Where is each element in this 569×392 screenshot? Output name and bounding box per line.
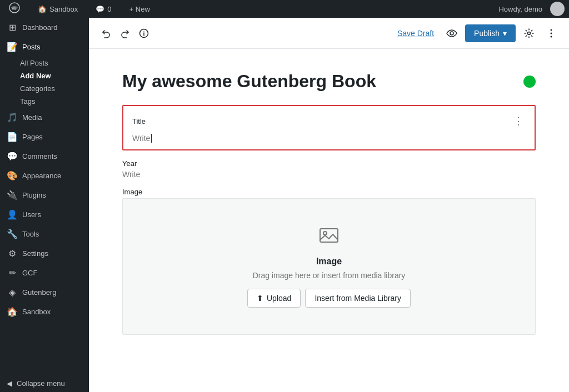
plugins-icon: 🔌: [7, 190, 18, 200]
sidebar-label-comments: Comments: [22, 152, 57, 160]
image-block: Image Image Drag image here or insert fr…: [122, 188, 536, 335]
avatar: [550, 2, 565, 16]
eye-icon: [446, 28, 457, 39]
settings-icon: ⚙: [7, 248, 18, 259]
sidebar-item-settings[interactable]: ⚙ Settings: [0, 244, 89, 263]
collapse-menu-item[interactable]: ◀ Collapse menu: [0, 375, 89, 392]
svg-text:W: W: [12, 6, 17, 11]
sidebar-item-sandbox[interactable]: 🏠 Sandbox: [0, 302, 89, 321]
wp-logo-item[interactable]: W: [4, 0, 24, 18]
media-icon: 🎵: [7, 112, 18, 123]
publish-button[interactable]: Publish ▾: [465, 24, 516, 42]
redo-icon: [120, 28, 130, 38]
sidebar-item-gcf[interactable]: ✏ GCF: [0, 263, 89, 283]
svg-point-7: [551, 32, 552, 34]
sidebar-item-dashboard[interactable]: ⊞ Dashboard: [0, 18, 89, 37]
svg-point-8: [551, 36, 552, 37]
editor-toolbar: Save Draft Publish ▾: [89, 18, 569, 49]
gcf-icon: ✏: [7, 268, 18, 278]
image-upload-area[interactable]: Image Drag image here or insert from med…: [122, 198, 536, 335]
save-draft-button[interactable]: Save Draft: [393, 26, 438, 41]
svg-point-10: [323, 232, 327, 235]
sidebar-label-media: Media: [22, 113, 42, 122]
image-label: Image: [122, 188, 536, 196]
more-options-button[interactable]: [542, 24, 560, 42]
sidebar-label-pages: Pages: [22, 133, 43, 141]
sidebar-label-gutenberg: Gutenberg: [22, 288, 56, 296]
sidebar-item-tools[interactable]: 🔧 Tools: [0, 224, 89, 244]
sidebar-label-plugins: Plugins: [22, 191, 46, 199]
svg-rect-9: [320, 229, 338, 242]
sidebar-item-gutenberg[interactable]: ◈ Gutenberg: [0, 283, 89, 302]
posts-icon: 📝: [7, 42, 18, 52]
site-name: Sandbox: [49, 5, 78, 13]
undo-icon: [101, 28, 111, 38]
sidebar-label-gcf: GCF: [22, 269, 37, 277]
info-icon: [139, 28, 149, 38]
gutenberg-icon: ◈: [7, 287, 18, 298]
sidebar-item-pages[interactable]: 📄 Pages: [0, 127, 89, 147]
sidebar-item-posts[interactable]: 📝 Posts: [0, 37, 89, 57]
year-label: Year: [122, 159, 536, 168]
sidebar-label-tools: Tools: [22, 230, 39, 238]
ellipsis-vertical-icon: [546, 28, 557, 39]
svg-point-5: [528, 32, 531, 34]
comments-count: 0: [107, 5, 111, 13]
sidebar-subitem-tags[interactable]: Tags: [20, 95, 89, 108]
admin-bar-right: Howdy, demo: [494, 2, 565, 16]
sidebar: ⊞ Dashboard 📝 Posts All Posts Add New Ca…: [0, 18, 89, 392]
text-cursor: [151, 134, 152, 143]
wp-logo-icon: W: [9, 2, 20, 16]
sidebar-label-appearance: Appearance: [22, 172, 61, 180]
info-button[interactable]: [136, 25, 152, 42]
sandbox-icon: 🏠: [7, 306, 18, 317]
title-block-header: Title ⋮: [132, 113, 526, 129]
title-block-menu-button[interactable]: ⋮: [511, 113, 526, 129]
post-title: My awesome Gutenberg Book: [122, 71, 523, 92]
editor-content: My awesome Gutenberg Book Title ⋮ Write: [89, 49, 569, 392]
title-block-inner: Title ⋮ Write: [123, 106, 535, 149]
pages-icon: 📄: [7, 132, 18, 142]
posts-submenu: All Posts Add New Categories Tags: [0, 57, 89, 108]
publish-label: Publish: [474, 29, 500, 38]
redo-button[interactable]: [117, 25, 133, 42]
tools-icon: 🔧: [7, 229, 18, 239]
editor-area: Save Draft Publish ▾: [89, 18, 569, 392]
undo-button[interactable]: [98, 25, 114, 42]
image-action-buttons: ⬆ Upload Insert from Media Library: [136, 289, 522, 308]
sidebar-label-sandbox: Sandbox: [22, 308, 51, 316]
sidebar-item-media[interactable]: 🎵 Media: [0, 108, 89, 127]
sidebar-item-comments[interactable]: 💬 Comments: [0, 147, 89, 166]
site-name-item[interactable]: 🏠 Sandbox: [33, 0, 82, 18]
upload-label: Upload: [267, 294, 291, 303]
home-icon: 🏠: [38, 5, 47, 13]
sidebar-item-plugins[interactable]: 🔌 Plugins: [0, 185, 89, 205]
collapse-label: Collapse menu: [17, 379, 65, 388]
comments-item[interactable]: 💬 0: [91, 0, 116, 18]
sidebar-item-users[interactable]: 👤 Users: [0, 205, 89, 224]
media-library-button[interactable]: Insert from Media Library: [305, 289, 411, 308]
dashboard-icon: ⊞: [7, 22, 18, 33]
gear-icon: [523, 28, 535, 39]
preview-button[interactable]: [443, 24, 461, 42]
year-write[interactable]: Write: [122, 170, 536, 179]
sidebar-label-settings: Settings: [22, 249, 48, 258]
comments-icon: 💬: [96, 5, 104, 13]
comments-sidebar-icon: 💬: [7, 151, 18, 162]
editor-settings-button[interactable]: [520, 24, 538, 42]
title-block-write[interactable]: Write: [132, 134, 526, 143]
sidebar-subitem-add-new[interactable]: Add New: [20, 69, 89, 82]
users-icon: 👤: [7, 209, 18, 220]
publish-status-indicator: [523, 76, 536, 88]
collapse-icon: ◀: [7, 379, 12, 388]
title-block[interactable]: Title ⋮ Write: [122, 105, 536, 150]
image-placeholder-icon: [136, 225, 522, 250]
sidebar-item-appearance[interactable]: 🎨 Appearance: [0, 166, 89, 185]
sidebar-subitem-all-posts[interactable]: All Posts: [20, 57, 89, 69]
publish-chevron-icon: ▾: [503, 29, 507, 38]
sidebar-subitem-categories[interactable]: Categories: [20, 82, 89, 95]
howdy-text: Howdy, demo: [494, 5, 547, 13]
new-content-item[interactable]: + New: [125, 0, 154, 18]
upload-button[interactable]: ⬆ Upload: [247, 289, 301, 308]
admin-bar: W 🏠 Sandbox 💬 0 + New Howdy, demo: [0, 0, 569, 18]
